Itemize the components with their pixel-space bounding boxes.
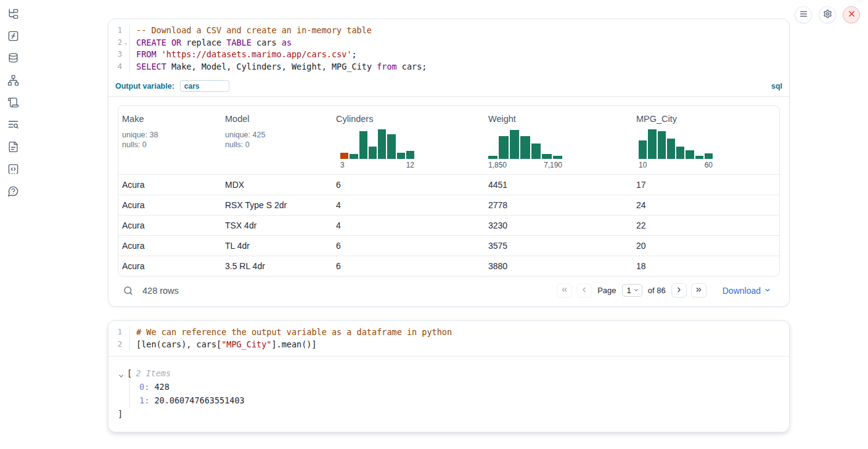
histogram-bar: [378, 129, 386, 160]
line-number-gutter: 2⌄: [108, 37, 130, 49]
page-select-value: 1: [627, 286, 631, 295]
table-cell: 20: [633, 241, 779, 251]
table-cell: 18: [633, 261, 779, 271]
table-cell: Acura: [118, 180, 221, 190]
column-header: Cylinders312: [332, 113, 485, 169]
histogram-bar: [695, 156, 703, 159]
column-name[interactable]: Weight: [488, 114, 516, 124]
dataframe-table: Makeunique: 38nulls: 0Modelunique: 425nu…: [118, 105, 780, 277]
page-label: Page: [597, 286, 616, 295]
output-variable-input[interactable]: [180, 80, 229, 92]
histogram-bar: [542, 154, 551, 159]
histogram-bar: [705, 153, 713, 159]
histogram-bar: [531, 144, 541, 159]
code-text: # We can reference the output variable a…: [130, 326, 452, 339]
chevron-down-icon: [764, 286, 771, 296]
document-icon: [7, 141, 19, 155]
table-cell: TL 4dr: [221, 241, 332, 251]
table-row[interactable]: AcuraTL 4dr6357520: [118, 235, 779, 256]
dependency-graph-icon: [7, 75, 19, 89]
chevron-down-icon: [633, 286, 639, 295]
sidebar-item-documentation[interactable]: [6, 141, 20, 155]
sidebar-item-variables[interactable]: [6, 30, 20, 44]
column-stats: unique: 425nulls: 0: [225, 130, 332, 150]
table-body: AcuraMDX6445117AcuraRSX Type S 2dr427782…: [118, 174, 779, 276]
page-total-label: of 86: [648, 286, 666, 295]
column-histogram[interactable]: 1,8507,190: [488, 126, 562, 169]
histogram-bar: [369, 147, 377, 159]
table-cell: MDX: [221, 180, 332, 190]
column-name[interactable]: Cylinders: [336, 114, 373, 124]
histogram-axis: 312: [340, 161, 414, 169]
code-text: SELECT Make, Model, Cylinders, Weight, M…: [130, 61, 427, 73]
line-number-gutter: 1: [108, 25, 130, 37]
histogram-bar: [488, 156, 497, 160]
shutdown-button[interactable]: [843, 6, 860, 23]
table-row[interactable]: AcuraRSX Type S 2dr4277824: [118, 195, 779, 215]
prev-page-button[interactable]: [576, 283, 592, 297]
chevron-right-icon: [675, 285, 683, 296]
database-icon: [7, 52, 19, 67]
column-name[interactable]: Model: [225, 114, 250, 124]
code-text: FROM 'https://datasets.marimo.app/cars.c…: [130, 49, 357, 61]
first-page-button[interactable]: [557, 283, 572, 297]
table-cell: 4: [332, 220, 485, 230]
sidebar-item-file-explorer[interactable]: [6, 8, 20, 22]
column-histogram[interactable]: 312: [340, 126, 414, 169]
function-square-icon: [7, 30, 19, 44]
column-name[interactable]: MPG_City: [636, 114, 677, 124]
table-cell: 17: [633, 180, 779, 190]
sidebar-item-dependency-graph[interactable]: [6, 75, 20, 88]
fold-chevron-icon[interactable]: ⌄: [122, 37, 129, 49]
download-button[interactable]: Download: [723, 286, 771, 296]
column-header: MPG_City1060: [633, 113, 779, 169]
line-number-gutter: 1: [108, 326, 130, 339]
column-header: Weight1,8507,190: [485, 113, 633, 169]
table-cell: 3230: [485, 220, 633, 230]
table-row[interactable]: Acura3.5 RL 4dr6388018: [118, 256, 779, 276]
code-line: 2[len(cars), cars["MPG_City"].mean()]: [108, 339, 789, 351]
column-name[interactable]: Make: [122, 114, 144, 124]
output-variable-row: Output variable: sql: [108, 78, 789, 96]
output-variable-label: Output variable:: [115, 82, 174, 91]
histogram-bar: [553, 156, 562, 160]
line-number-gutter: 3: [108, 49, 130, 61]
column-histogram[interactable]: 1060: [639, 126, 713, 169]
sidebar-item-datasources[interactable]: [6, 52, 20, 66]
menu-button[interactable]: [795, 6, 812, 23]
column-header: Modelunique: 425nulls: 0: [221, 113, 332, 169]
python-code-editor[interactable]: 1# We can reference the output variable …: [108, 321, 789, 355]
histogram-bar: [667, 139, 675, 159]
histogram-bar: [406, 151, 414, 159]
sidebar-item-scratchpad[interactable]: [6, 97, 20, 110]
histogram-bar: [658, 131, 666, 159]
collapse-chevron-icon[interactable]: [118, 370, 125, 377]
items-count-label: 2 Items: [136, 367, 171, 380]
code-line: 2⌄CREATE OR replace TABLE cars as: [108, 37, 789, 49]
histogram-bar: [520, 136, 530, 160]
language-badge[interactable]: sql: [771, 82, 782, 91]
column-header: Makeunique: 38nulls: 0: [118, 113, 221, 169]
menu-icon: [799, 9, 808, 21]
table-cell: Acura: [118, 241, 221, 251]
sidebar-item-help[interactable]: [6, 185, 20, 199]
search-icon[interactable]: [123, 285, 134, 296]
table-row[interactable]: AcuraMDX6445117: [118, 174, 779, 195]
list-close-bracket: ]: [118, 408, 780, 421]
sql-cell: 1-- Download a CSV and create an in-memo…: [108, 18, 790, 307]
code-line: 1# We can reference the output variable …: [108, 326, 789, 339]
table-row[interactable]: AcuraTSX 4dr4323022: [118, 215, 779, 235]
settings-button[interactable]: [819, 6, 836, 23]
table-cell: 6: [332, 241, 485, 251]
pagination: Page 1 of 86: [557, 283, 706, 297]
sidebar-item-snippets[interactable]: [6, 163, 20, 177]
page-select[interactable]: 1: [622, 284, 642, 297]
last-page-button[interactable]: [691, 283, 706, 297]
histogram-bar: [350, 154, 358, 159]
table-cell: RSX Type S 2dr: [221, 200, 332, 210]
list-entries: 0: 4281: 20.060747663551403: [129, 380, 780, 408]
next-page-button[interactable]: [671, 283, 687, 297]
sql-code-editor[interactable]: 1-- Download a CSV and create an in-memo…: [108, 19, 789, 78]
sidebar-item-logs[interactable]: [6, 119, 20, 132]
table-cell: 6: [332, 261, 485, 271]
